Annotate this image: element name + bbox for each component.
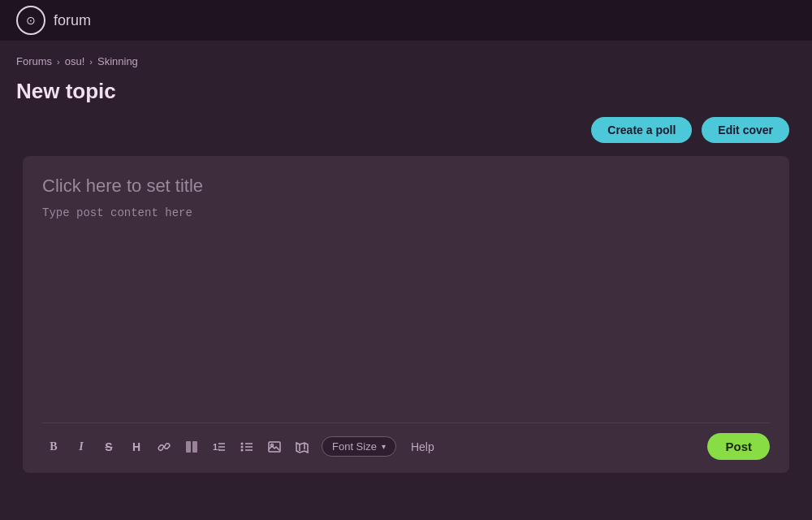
breadcrumb: Forums › osu! › Skinning — [0, 41, 812, 76]
breadcrumb-forums[interactable]: Forums — [16, 55, 52, 67]
logo-symbol: ⊙ — [26, 14, 36, 27]
strikethrough-button[interactable]: S — [97, 436, 120, 458]
breadcrumb-skinning: Skinning — [97, 55, 138, 67]
content-input[interactable] — [42, 206, 770, 422]
chevron-down-icon: ▾ — [382, 442, 386, 451]
svg-rect-1 — [192, 441, 197, 453]
image-button[interactable] — [263, 436, 286, 458]
link-icon — [158, 440, 171, 453]
italic-button[interactable]: I — [70, 436, 93, 458]
columns-button[interactable] — [180, 436, 203, 458]
breadcrumb-chevron-1: › — [57, 57, 60, 67]
toolbar: B I S H 1. — [42, 422, 770, 460]
title-input[interactable] — [42, 176, 770, 197]
svg-rect-0 — [186, 441, 191, 453]
link-button[interactable] — [153, 436, 175, 458]
svg-point-6 — [241, 442, 244, 444]
logo-icon: ⊙ — [16, 6, 45, 35]
post-button[interactable]: Post — [707, 433, 770, 460]
unordered-list-icon — [240, 440, 253, 453]
create-poll-button[interactable]: Create a poll — [591, 117, 692, 143]
page-title: New topic — [16, 79, 796, 104]
edit-cover-button[interactable]: Edit cover — [702, 117, 789, 143]
font-size-dropdown[interactable]: Font Size ▾ — [322, 436, 396, 457]
logo-text: forum — [54, 12, 91, 29]
bold-button[interactable]: B — [42, 436, 65, 458]
topbar: ⊙ forum — [0, 0, 812, 41]
breadcrumb-osu[interactable]: osu! — [65, 55, 85, 67]
ordered-list-icon: 1. — [213, 440, 226, 453]
page-title-section: New topic — [0, 76, 812, 117]
image-icon — [268, 440, 281, 453]
font-size-label: Font Size — [332, 440, 377, 453]
logo[interactable]: ⊙ forum — [16, 6, 91, 35]
action-buttons-row: Create a poll Edit cover — [0, 117, 812, 156]
svg-point-7 — [241, 445, 244, 448]
columns-icon — [185, 440, 198, 453]
help-button[interactable]: Help — [404, 437, 441, 457]
map-icon — [296, 440, 309, 453]
map-button[interactable] — [291, 436, 313, 458]
heading-button[interactable]: H — [125, 436, 148, 458]
breadcrumb-chevron-2: › — [89, 57, 93, 67]
ordered-list-button[interactable]: 1. — [208, 436, 231, 458]
unordered-list-button[interactable] — [235, 436, 258, 458]
editor-container: B I S H 1. — [23, 156, 789, 473]
svg-point-8 — [241, 448, 244, 451]
